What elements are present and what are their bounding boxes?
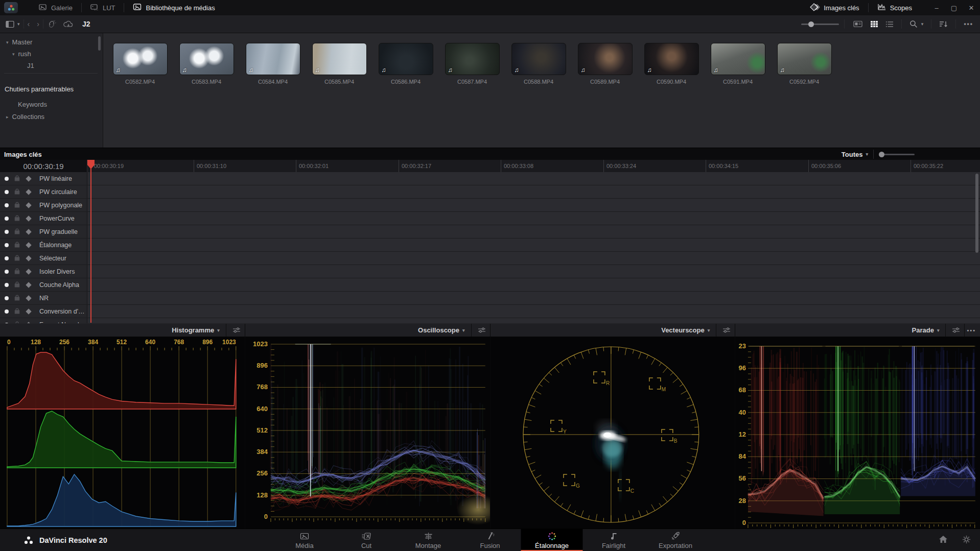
lock-icon[interactable] — [14, 254, 20, 263]
keyframe-diamond-icon[interactable] — [26, 215, 31, 221]
tab-gallery[interactable]: Galerie — [30, 0, 81, 15]
clip-item[interactable]: ♫C0587.MP4 — [439, 43, 505, 85]
relink-icon[interactable] — [43, 15, 60, 33]
lock-icon[interactable] — [14, 307, 20, 316]
track-enable-dot[interactable] — [5, 243, 9, 247]
keyframe-filter-dropdown[interactable]: Toutes ▾ — [842, 151, 868, 158]
metadata-view-icon[interactable] — [850, 15, 867, 33]
settings-gear-icon[interactable] — [962, 535, 971, 546]
lock-icon[interactable] — [14, 241, 20, 250]
track-lane[interactable] — [87, 199, 980, 211]
keyframe-diamond-icon[interactable] — [26, 295, 31, 301]
track-lane[interactable] — [87, 318, 980, 323]
lock-icon[interactable] — [14, 227, 20, 236]
page-cut[interactable]: Cut — [336, 529, 398, 551]
track-enable-dot[interactable] — [5, 270, 9, 274]
list-view-icon[interactable] — [882, 15, 897, 33]
vectorscope-type-dropdown[interactable]: Vecteurscope▾ — [661, 326, 710, 334]
lock-icon[interactable] — [14, 214, 20, 223]
track-enable-dot[interactable] — [5, 217, 9, 221]
clip-item[interactable]: ♫C0584.MP4 — [240, 43, 306, 85]
lock-icon[interactable] — [14, 267, 20, 276]
clip-item[interactable]: ♫C0592.MP4 — [771, 43, 837, 85]
timeline-ruler[interactable]: 00:00:30:19 00:00:31:10 00:00:32:01 00:0… — [0, 160, 980, 173]
keyframe-diamond-icon[interactable] — [26, 308, 31, 314]
more-options-button[interactable]: ••• — [960, 15, 977, 33]
bin-tree-j1[interactable]: J1 — [27, 62, 34, 69]
track-lane[interactable] — [87, 172, 980, 185]
track-enable-dot[interactable] — [5, 309, 9, 314]
toggle-scopes-panel[interactable]: Scopes — [869, 0, 921, 15]
lock-icon[interactable] — [14, 294, 20, 303]
lock-icon[interactable] — [14, 201, 20, 210]
track-enable-dot[interactable] — [5, 203, 9, 207]
bin-tree-master[interactable]: ▾ Master — [6, 38, 32, 46]
track-enable-dot[interactable] — [5, 256, 9, 260]
track-enable-dot[interactable] — [5, 190, 9, 194]
panel-toggle-icon[interactable]: ▾ — [2, 15, 24, 33]
app-logo-icon[interactable] — [4, 2, 18, 13]
sort-icon[interactable] — [936, 15, 951, 33]
page-media[interactable]: Média — [274, 529, 336, 551]
thumbnail-size-slider[interactable] — [801, 23, 839, 25]
scope-settings-icon[interactable] — [471, 324, 486, 337]
scope-settings-icon[interactable] — [945, 324, 960, 337]
sidebar-item-keywords[interactable]: Keywords — [18, 101, 47, 108]
keyframe-scrollbar[interactable] — [975, 174, 978, 253]
tab-lut[interactable]: LUT — [82, 0, 124, 15]
scope-settings-icon[interactable] — [716, 324, 731, 337]
clip-item[interactable]: ♫C0582.MP4 — [107, 43, 173, 85]
track-enable-dot[interactable] — [5, 283, 9, 287]
keyframe-diamond-icon[interactable] — [26, 322, 31, 323]
track-lane[interactable] — [87, 225, 980, 238]
clip-item[interactable]: ♫C0591.MP4 — [705, 43, 771, 85]
window-close-button[interactable]: ✕ — [963, 0, 980, 15]
track-enable-dot[interactable] — [5, 177, 9, 181]
page-deliver[interactable]: Exportation — [645, 529, 707, 551]
lock-icon[interactable] — [14, 187, 20, 197]
toggle-keyframes-panel[interactable]: Images clés — [801, 0, 868, 15]
keyframe-diamond-icon[interactable] — [26, 229, 31, 234]
page-color[interactable]: Étalonnage — [521, 529, 583, 551]
keyframe-diamond-icon[interactable] — [26, 176, 31, 181]
thumbnail-view-icon[interactable] — [867, 15, 882, 33]
track-enable-dot[interactable] — [5, 230, 9, 234]
sidebar-scrollbar[interactable] — [98, 36, 101, 51]
project-home-icon[interactable] — [939, 535, 948, 545]
keyframe-diamond-icon[interactable] — [26, 202, 31, 208]
forward-button[interactable]: › — [33, 15, 43, 33]
keyframe-diamond-icon[interactable] — [26, 282, 31, 288]
track-lane[interactable] — [87, 278, 980, 291]
lock-icon[interactable] — [14, 280, 20, 290]
lock-icon[interactable] — [14, 174, 20, 183]
clip-item[interactable]: ♫C0585.MP4 — [306, 43, 372, 85]
keyframe-diamond-icon[interactable] — [26, 255, 31, 261]
track-lane[interactable] — [87, 265, 980, 278]
waveform-type-dropdown[interactable]: Oscilloscope▾ — [418, 326, 464, 334]
track-lane[interactable] — [87, 212, 980, 225]
window-minimize-button[interactable]: – — [928, 0, 945, 15]
keyframe-diamond-icon[interactable] — [26, 269, 31, 274]
lock-icon[interactable] — [14, 320, 20, 324]
clip-item[interactable]: ♫C0583.MP4 — [173, 43, 240, 85]
tab-media-library[interactable]: Bibliothèque de médias — [124, 0, 223, 15]
page-fusion[interactable]: Fusion — [459, 529, 521, 551]
back-button[interactable]: ‹ — [24, 15, 34, 33]
track-enable-dot[interactable] — [5, 296, 9, 300]
clip-item[interactable]: ♫C0590.MP4 — [638, 43, 705, 85]
track-enable-dot[interactable] — [5, 323, 9, 324]
clip-item[interactable]: ♫C0588.MP4 — [505, 43, 572, 85]
track-lane[interactable] — [87, 185, 980, 198]
histogram-type-dropdown[interactable]: Histogramme▾ — [172, 326, 220, 334]
playhead[interactable] — [90, 160, 91, 323]
search-icon[interactable]: ▾ — [906, 15, 927, 33]
clip-item[interactable]: ♫C0589.MP4 — [572, 43, 638, 85]
cloud-sync-icon[interactable] — [60, 15, 77, 33]
keyframe-zoom-slider[interactable] — [879, 154, 915, 155]
track-lane[interactable] — [87, 238, 980, 251]
track-lane[interactable] — [87, 252, 980, 265]
page-fairlight[interactable]: Fairlight — [583, 529, 645, 551]
keyframe-diamond-icon[interactable] — [26, 189, 31, 195]
keyframe-diamond-icon[interactable] — [26, 242, 31, 248]
scope-settings-icon[interactable] — [226, 324, 241, 337]
